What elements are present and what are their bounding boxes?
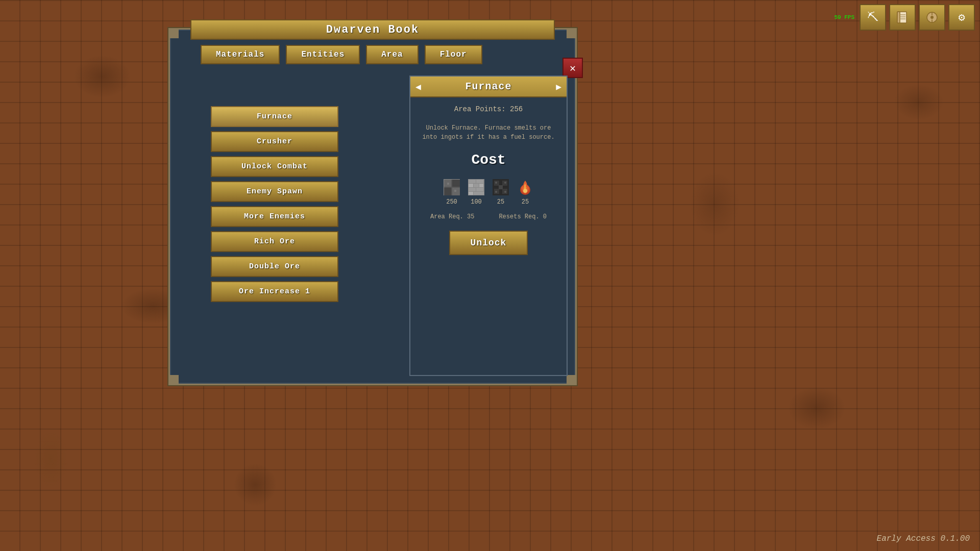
tab-entities[interactable]: Entities <box>286 45 360 64</box>
svg-point-6 <box>930 16 934 19</box>
dialog-window: Dwarven Book ✕ Materials Entities Area F… <box>168 28 577 385</box>
svg-rect-20 <box>476 180 483 183</box>
svg-point-37 <box>504 191 506 193</box>
list-item-unlock-combat[interactable]: Unlock Combat <box>211 156 338 177</box>
svg-rect-19 <box>469 180 476 183</box>
svg-rect-15 <box>454 190 456 192</box>
list-item-enemy-spawn[interactable]: Enemy Spawn <box>211 181 338 202</box>
detail-panel: ◀ Furnace ▶ Area Points: 256 Unlock Furn… <box>409 76 568 376</box>
cobble-icon <box>467 178 485 196</box>
area-req-label: Area Req. 35 <box>430 213 474 220</box>
tab-materials[interactable]: Materials <box>201 45 280 64</box>
list-item-more-enemies[interactable]: More Enemies <box>211 206 338 227</box>
cost-item-ember: 25 <box>516 178 534 206</box>
svg-point-35 <box>504 182 506 184</box>
stone-icon <box>443 178 461 196</box>
cost-amount-stone: 250 <box>446 198 457 206</box>
cost-amount-cobble: 100 <box>471 198 482 206</box>
cost-item-coal: 25 <box>492 178 510 206</box>
area-points: Area Points: 256 <box>418 105 559 113</box>
list-item-ore-increase[interactable]: Ore Increase 1 <box>211 281 338 302</box>
svg-rect-27 <box>474 192 484 195</box>
requirements-row: Area Req. 35 Resets Req. 0 <box>418 213 559 220</box>
svg-rect-25 <box>476 188 483 191</box>
tab-floor[interactable]: Floor <box>425 45 482 64</box>
detail-content: Area Points: 256 Unlock Furnace. Furnace… <box>410 97 567 263</box>
detail-title-bar: ◀ Furnace ▶ <box>410 77 567 97</box>
list-item-rich-ore[interactable]: Rich Ore <box>211 231 338 252</box>
svg-rect-16 <box>444 179 460 180</box>
corner-decoration-bl <box>168 375 179 385</box>
svg-point-36 <box>495 191 497 193</box>
svg-point-40 <box>523 189 527 193</box>
svg-rect-21 <box>469 184 473 187</box>
toolbar: 59 FPS ⛏ ⚙ <box>834 4 975 31</box>
cost-title: Cost <box>418 152 559 168</box>
corner-decoration-br <box>567 375 577 385</box>
list-item-double-ore[interactable]: Double Ore <box>211 256 338 277</box>
svg-rect-17 <box>444 179 444 195</box>
svg-rect-33 <box>499 185 503 189</box>
pickaxe-button[interactable]: ⛏ <box>860 4 886 31</box>
coal-icon <box>492 178 510 196</box>
cost-amount-ember: 25 <box>522 198 529 206</box>
list-item-furnace[interactable]: Furnace <box>211 106 338 127</box>
settings-button[interactable]: ⚙ <box>948 4 975 31</box>
svg-point-34 <box>495 182 497 184</box>
cost-amount-coal: 25 <box>497 198 504 206</box>
resets-req-label: Resets Req. 0 <box>499 213 547 220</box>
corner-decoration-tr <box>567 28 577 38</box>
item-list: Furnace Crusher Unlock Combat Enemy Spaw… <box>185 76 364 302</box>
list-item-crusher[interactable]: Crusher <box>211 131 338 152</box>
tab-bar: Materials Entities Area Floor <box>201 45 482 64</box>
corner-decoration-tl <box>168 28 179 38</box>
cost-item-cobble: 100 <box>467 178 485 206</box>
detail-description: Unlock Furnace. Furnace smelts ore into … <box>418 123 559 142</box>
detail-prev-arrow[interactable]: ◀ <box>415 81 421 92</box>
svg-rect-22 <box>474 184 479 187</box>
cost-icons: 250 <box>418 178 559 206</box>
dialog-title-bar: Dwarven Book <box>190 19 555 40</box>
svg-rect-12 <box>444 188 451 195</box>
ember-icon <box>516 178 534 196</box>
svg-rect-23 <box>479 184 483 187</box>
cost-item-stone: 250 <box>443 178 461 206</box>
svg-rect-1 <box>897 12 900 23</box>
book-button[interactable] <box>889 4 916 31</box>
map-button[interactable] <box>919 4 945 31</box>
detail-next-arrow[interactable]: ▶ <box>556 81 561 92</box>
dialog-title: Dwarven Book <box>326 23 419 36</box>
svg-rect-26 <box>469 192 473 195</box>
svg-rect-14 <box>447 183 449 185</box>
close-button[interactable]: ✕ <box>562 58 583 78</box>
early-access-label: Early Access 0.1.00 <box>877 534 970 543</box>
fps-counter: 59 FPS <box>834 14 854 20</box>
svg-rect-13 <box>452 179 460 187</box>
tab-area[interactable]: Area <box>366 45 418 64</box>
svg-rect-24 <box>469 188 476 191</box>
detail-title: Furnace <box>465 81 511 92</box>
unlock-button[interactable]: Unlock <box>449 231 528 255</box>
